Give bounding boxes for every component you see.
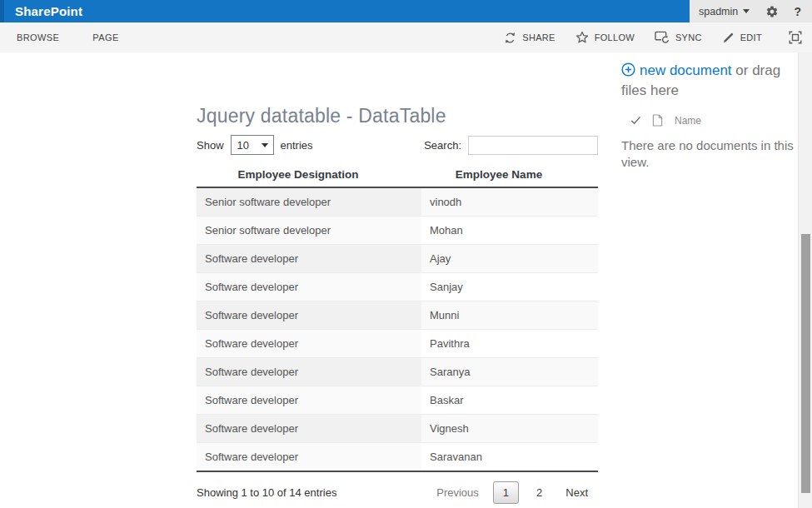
pagination: Previous 1 2 Next bbox=[426, 481, 598, 504]
share-button[interactable]: SHARE bbox=[504, 32, 555, 44]
table-row: Software developerPavithra bbox=[197, 330, 598, 358]
cell-name: vinodh bbox=[421, 187, 598, 217]
new-document-link[interactable]: new document bbox=[640, 62, 732, 78]
table-row: Software developerSanjay bbox=[197, 273, 598, 301]
datatable-webpart: Jquery datatable - DataTable Show 10 ent… bbox=[197, 105, 598, 504]
cell-name: Pavithra bbox=[421, 330, 598, 358]
ribbon: BROWSE PAGE SHARE FOLLOW bbox=[0, 22, 812, 52]
edit-label: EDIT bbox=[740, 32, 762, 42]
cell-name: Ajay bbox=[421, 245, 598, 273]
brand-logo: SharePoint bbox=[15, 0, 82, 22]
cell-designation: Software developer bbox=[197, 330, 421, 358]
table-row: Software developerAjay bbox=[197, 245, 598, 273]
page-button-2[interactable]: 2 bbox=[527, 482, 551, 503]
table-row: Senior software developerMohan bbox=[197, 217, 598, 245]
search-control: Search: bbox=[424, 136, 598, 155]
follow-label: FOLLOW bbox=[595, 32, 635, 42]
employee-table: Employee Designation Employee Name Senio… bbox=[197, 162, 598, 472]
table-row: Software developerVignesh bbox=[197, 415, 598, 443]
cell-designation: Software developer bbox=[197, 358, 421, 386]
documents-panel: new document or drag files here Name The… bbox=[621, 62, 798, 171]
sharepoint-page: SharePoint spadmin ? BROWSE PAGE bbox=[0, 0, 812, 508]
select-all-checkmark[interactable] bbox=[630, 116, 641, 125]
chevron-down-icon bbox=[743, 9, 750, 13]
cell-designation: Software developer bbox=[197, 443, 421, 472]
cell-name: Vignesh bbox=[421, 415, 598, 443]
plus-circle-icon bbox=[621, 62, 635, 82]
table-header-row: Employee Designation Employee Name bbox=[197, 162, 598, 187]
suite-bar: SharePoint spadmin ? bbox=[0, 0, 812, 22]
check-icon bbox=[630, 116, 641, 125]
cell-name: Saravanan bbox=[421, 443, 598, 472]
cell-name: Munni bbox=[421, 301, 598, 330]
column-header-name[interactable]: Employee Name bbox=[421, 162, 598, 187]
scrollbar-thumb[interactable] bbox=[801, 234, 810, 493]
share-icon bbox=[504, 32, 516, 44]
empty-view-message: There are no documents in this view. bbox=[621, 137, 798, 171]
page-button-1[interactable]: 1 bbox=[493, 481, 519, 504]
cell-designation: Software developer bbox=[197, 273, 421, 301]
star-icon bbox=[575, 31, 589, 44]
pencil-icon bbox=[722, 32, 735, 44]
chevron-down-icon bbox=[262, 143, 268, 147]
tab-page[interactable]: PAGE bbox=[92, 32, 118, 42]
next-button[interactable]: Next bbox=[555, 481, 598, 504]
focus-icon bbox=[789, 31, 802, 44]
new-document-area: new document or drag files here bbox=[621, 62, 798, 100]
cell-designation: Senior software developer bbox=[197, 217, 421, 245]
ribbon-tabs: BROWSE PAGE bbox=[17, 32, 119, 42]
search-input[interactable] bbox=[468, 136, 598, 155]
datatable-controls: Show 10 entries Search: bbox=[197, 134, 598, 156]
table-row: Senior software developervinodh bbox=[197, 187, 598, 217]
focus-on-content-button[interactable] bbox=[789, 31, 802, 44]
file-type-icon bbox=[652, 114, 663, 127]
sync-label: SYNC bbox=[675, 32, 702, 42]
page-title: Jquery datatable - DataTable bbox=[197, 105, 598, 127]
sync-icon bbox=[655, 31, 670, 44]
table-row: Software developerMunni bbox=[197, 301, 598, 330]
cell-designation: Software developer bbox=[197, 386, 421, 415]
scrollbar-track[interactable] bbox=[798, 52, 812, 508]
entries-label: entries bbox=[281, 139, 313, 152]
documents-list-header: Name bbox=[621, 114, 798, 127]
cell-designation: Software developer bbox=[197, 415, 421, 443]
cell-designation: Senior software developer bbox=[197, 187, 421, 217]
table-footer: Showing 1 to 10 of 14 entries Previous 1… bbox=[197, 481, 598, 504]
document-icon bbox=[652, 114, 663, 127]
cell-name: Mohan bbox=[421, 217, 598, 245]
table-body: Senior software developervinodhSenior so… bbox=[197, 187, 598, 471]
search-label: Search: bbox=[424, 139, 461, 152]
ribbon-actions: SHARE FOLLOW SYNC bbox=[504, 31, 802, 44]
suite-bar-edge bbox=[0, 0, 4, 22]
edit-button[interactable]: EDIT bbox=[722, 32, 762, 44]
suite-bar-right: spadmin ? bbox=[690, 0, 812, 22]
sync-button[interactable]: SYNC bbox=[655, 31, 702, 44]
share-label: SHARE bbox=[522, 32, 555, 42]
cell-name: Baskar bbox=[421, 386, 598, 415]
entries-select[interactable]: 10 bbox=[231, 135, 274, 155]
name-column-header[interactable]: Name bbox=[675, 115, 701, 127]
tab-browse[interactable]: BROWSE bbox=[17, 32, 59, 42]
cell-name: Sanjay bbox=[421, 273, 598, 301]
table-row: Software developerSaranya bbox=[197, 358, 598, 386]
cell-name: Saranya bbox=[421, 358, 598, 386]
length-control: Show 10 entries bbox=[197, 135, 313, 155]
user-name: spadmin bbox=[699, 6, 738, 17]
help-button[interactable]: ? bbox=[794, 5, 801, 18]
cell-designation: Software developer bbox=[197, 245, 421, 273]
table-row: Software developerSaravanan bbox=[197, 443, 598, 472]
previous-button[interactable]: Previous bbox=[426, 481, 489, 504]
follow-button[interactable]: FOLLOW bbox=[575, 31, 635, 44]
cell-designation: Software developer bbox=[197, 301, 421, 330]
table-row: Software developerBaskar bbox=[197, 386, 598, 415]
settings-button[interactable] bbox=[765, 5, 779, 18]
column-header-designation[interactable]: Employee Designation bbox=[197, 162, 421, 187]
table-info: Showing 1 to 10 of 14 entries bbox=[197, 486, 336, 499]
user-menu[interactable]: spadmin bbox=[699, 6, 750, 17]
entries-select-value: 10 bbox=[237, 139, 249, 152]
gear-icon bbox=[765, 5, 779, 18]
show-label: Show bbox=[197, 139, 224, 152]
